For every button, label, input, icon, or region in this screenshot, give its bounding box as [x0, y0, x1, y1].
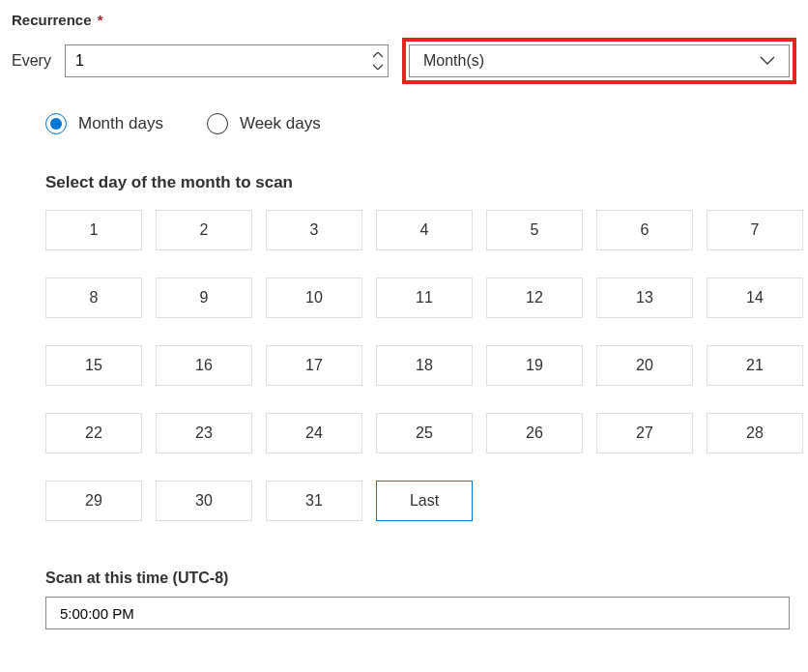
unit-dropdown-highlight: Month(s): [402, 38, 796, 84]
day-cell-27[interactable]: 27: [596, 413, 693, 453]
radio-indicator: [45, 113, 67, 134]
day-cell-21[interactable]: 21: [707, 345, 803, 386]
month-day-picker-title: Select day of the month to scan: [45, 173, 796, 192]
day-grid: 1234567891011121314151617181920212223242…: [45, 210, 796, 521]
day-cell-10[interactable]: 10: [266, 278, 362, 318]
day-cell-22[interactable]: 22: [45, 413, 142, 453]
radio-week-days[interactable]: Week days: [207, 113, 321, 134]
day-cell-28[interactable]: 28: [707, 413, 803, 453]
radio-label: Week days: [240, 114, 321, 133]
day-cell-20[interactable]: 20: [596, 345, 693, 386]
day-cell-11[interactable]: 11: [376, 278, 473, 318]
day-cell-4[interactable]: 4: [376, 210, 473, 250]
day-cell-25[interactable]: 25: [376, 413, 473, 453]
radio-indicator: [207, 113, 228, 134]
decrement-button[interactable]: [367, 61, 389, 73]
every-count-field[interactable]: [65, 44, 389, 77]
day-cell-6[interactable]: 6: [596, 210, 693, 250]
day-cell-30[interactable]: 30: [156, 481, 252, 521]
every-label: Every: [12, 52, 51, 70]
day-type-radio-group: Month days Week days: [45, 113, 796, 134]
day-cell-5[interactable]: 5: [486, 210, 583, 250]
day-cell-23[interactable]: 23: [156, 413, 252, 453]
recurrence-header: Recurrence *: [12, 12, 796, 28]
day-cell-15[interactable]: 15: [45, 345, 142, 386]
day-cell-18[interactable]: 18: [376, 345, 473, 386]
day-cell-8[interactable]: 8: [45, 278, 142, 318]
day-cell-26[interactable]: 26: [486, 413, 583, 453]
increment-button[interactable]: [367, 49, 389, 61]
radio-label: Month days: [78, 114, 163, 133]
every-row: Every Month(s): [12, 38, 796, 84]
day-cell-2[interactable]: 2: [156, 210, 252, 250]
month-day-picker: Select day of the month to scan 12345678…: [45, 173, 796, 521]
required-asterisk: *: [98, 12, 103, 28]
chevron-down-icon: [760, 56, 775, 66]
day-cell-13[interactable]: 13: [596, 278, 693, 318]
day-cell-29[interactable]: 29: [45, 481, 142, 521]
day-cell-14[interactable]: 14: [707, 278, 803, 318]
day-cell-last[interactable]: Last: [376, 481, 473, 521]
unit-dropdown-value: Month(s): [423, 52, 484, 70]
day-cell-12[interactable]: 12: [486, 278, 583, 318]
every-count-input[interactable]: [65, 44, 389, 77]
day-cell-17[interactable]: 17: [266, 345, 362, 386]
day-cell-19[interactable]: 19: [486, 345, 583, 386]
recurrence-title: Recurrence: [12, 12, 92, 28]
day-cell-24[interactable]: 24: [266, 413, 362, 453]
unit-dropdown[interactable]: Month(s): [409, 44, 790, 77]
spin-buttons: [367, 44, 389, 77]
day-cell-9[interactable]: 9: [156, 278, 252, 318]
day-cell-31[interactable]: 31: [266, 481, 362, 521]
day-cell-1[interactable]: 1: [45, 210, 142, 250]
radio-month-days[interactable]: Month days: [45, 113, 163, 134]
scan-time-section: Scan at this time (UTC-8): [45, 570, 796, 629]
day-cell-16[interactable]: 16: [156, 345, 252, 386]
day-cell-7[interactable]: 7: [707, 210, 803, 250]
scan-time-input[interactable]: [45, 597, 790, 629]
scan-time-label: Scan at this time (UTC-8): [45, 570, 796, 587]
day-cell-3[interactable]: 3: [266, 210, 362, 250]
